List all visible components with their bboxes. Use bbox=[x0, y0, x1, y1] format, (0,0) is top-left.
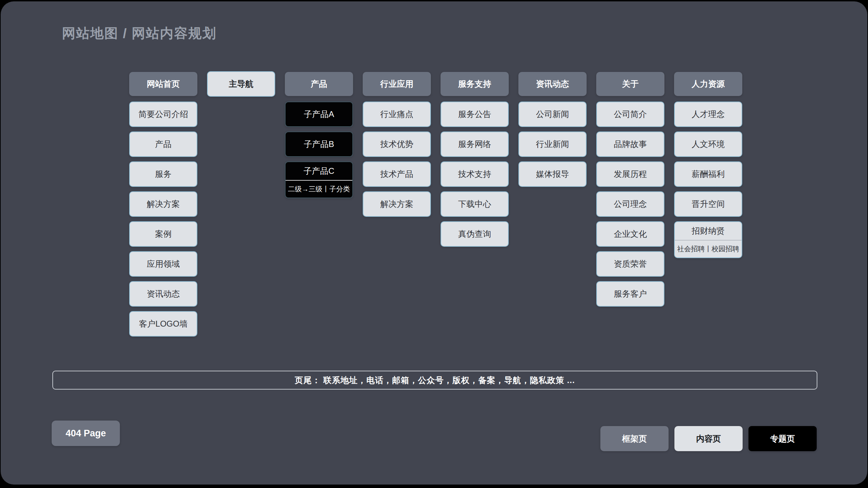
sitemap-node[interactable]: 子产品A bbox=[285, 102, 353, 127]
node-sublabel: 二级→三级丨子分类 bbox=[286, 181, 352, 198]
legend-button-gray-page[interactable]: 框架页 bbox=[600, 426, 669, 451]
sitemap-node[interactable]: 招财纳贤社会招聘丨校园招聘 bbox=[674, 221, 742, 258]
sitemap-node[interactable]: 公司简介 bbox=[596, 102, 664, 127]
sitemap-column-8: 人力资源人才理念人文环境薪酬福利晋升空间招财纳贤社会招聘丨校园招聘 bbox=[674, 72, 742, 341]
sitemap-node[interactable]: 技术产品 bbox=[363, 161, 431, 187]
sitemap-node[interactable]: 品牌故事 bbox=[596, 131, 664, 157]
footer-label: 页尾： 联系地址，电话，邮箱，公众号，版权，备案，导航，隐私政策 ... bbox=[295, 375, 575, 386]
sitemap-node[interactable]: 案例 bbox=[129, 221, 197, 247]
column-header[interactable]: 网站首页 bbox=[129, 72, 197, 96]
column-header[interactable]: 关于 bbox=[596, 72, 664, 96]
sitemap-node[interactable]: 客户LOGO墙 bbox=[129, 311, 197, 337]
sitemap-node[interactable]: 技术支持 bbox=[441, 161, 509, 187]
sitemap-node[interactable]: 子产品B bbox=[285, 131, 353, 157]
sitemap-node[interactable]: 服务网络 bbox=[441, 131, 509, 157]
sitemap-node[interactable]: 服务公告 bbox=[441, 102, 509, 127]
page-title: 网站地图 / 网站内容规划 bbox=[62, 24, 217, 43]
page-404-button[interactable]: 404 Page bbox=[52, 421, 120, 446]
sitemap-node[interactable]: 发展历程 bbox=[596, 161, 664, 187]
sitemap-node[interactable]: 行业痛点 bbox=[363, 102, 431, 127]
sitemap-column-3: 产品子产品A子产品B子产品C二级→三级丨子分类 bbox=[285, 72, 353, 341]
legend-button-black-page[interactable]: 专题页 bbox=[748, 426, 817, 451]
legend-button-light-page[interactable]: 内容页 bbox=[674, 426, 743, 451]
sitemap-node[interactable]: 人文环境 bbox=[674, 131, 742, 157]
sitemap-column-4: 行业应用行业痛点技术优势技术产品解决方案 bbox=[363, 72, 431, 341]
sitemap-node[interactable]: 资讯动态 bbox=[129, 281, 197, 307]
sitemap-node[interactable]: 服务客户 bbox=[596, 281, 664, 307]
sitemap-node[interactable]: 技术优势 bbox=[363, 131, 431, 157]
column-header[interactable]: 人力资源 bbox=[674, 72, 742, 96]
sitemap-column-5: 服务支持服务公告服务网络技术支持下载中心真伪查询 bbox=[441, 72, 509, 341]
sitemap-node[interactable]: 服务 bbox=[129, 161, 197, 187]
sitemap-node[interactable]: 解决方案 bbox=[129, 191, 197, 217]
sitemap-node[interactable]: 公司新闻 bbox=[518, 102, 587, 127]
sitemap-node[interactable]: 解决方案 bbox=[363, 191, 431, 217]
sitemap-node[interactable]: 媒体报导 bbox=[518, 161, 587, 187]
node-sublabel: 社会招聘丨校园招聘 bbox=[675, 241, 742, 257]
sitemap-node[interactable]: 资质荣誉 bbox=[596, 251, 664, 277]
column-header[interactable]: 资讯动态 bbox=[518, 72, 587, 96]
column-header[interactable]: 主导航 bbox=[207, 71, 275, 97]
sitemap-column-7: 关于公司简介品牌故事发展历程公司理念企业文化资质荣誉服务客户 bbox=[596, 72, 664, 341]
page-type-legend: 框架页内容页专题页 bbox=[600, 426, 817, 451]
footer-node[interactable]: 页尾： 联系地址，电话，邮箱，公众号，版权，备案，导航，隐私政策 ... bbox=[52, 371, 817, 390]
sitemap-node[interactable]: 晋升空间 bbox=[674, 191, 742, 217]
sitemap-node[interactable]: 真伪查询 bbox=[441, 221, 509, 247]
sitemap-node[interactable]: 子产品C二级→三级丨子分类 bbox=[285, 161, 353, 198]
sitemap-node[interactable]: 应用领域 bbox=[129, 251, 197, 277]
node-label: 子产品C bbox=[286, 162, 352, 180]
sitemap-node[interactable]: 下载中心 bbox=[441, 191, 509, 217]
sitemap-board: 网站地图 / 网站内容规划 网站首页简要公司介绍产品服务解决方案案例应用领域资讯… bbox=[1, 1, 867, 485]
sitemap-node[interactable]: 行业新闻 bbox=[518, 131, 587, 157]
sitemap-column-2: 主导航 bbox=[207, 72, 275, 341]
sitemap-node[interactable]: 薪酬福利 bbox=[674, 161, 742, 187]
column-header[interactable]: 产品 bbox=[285, 72, 353, 96]
column-header[interactable]: 行业应用 bbox=[363, 72, 431, 96]
sitemap-node[interactable]: 产品 bbox=[129, 131, 197, 157]
sitemap-column-1: 网站首页简要公司介绍产品服务解决方案案例应用领域资讯动态客户LOGO墙 bbox=[129, 72, 197, 341]
sitemap-node[interactable]: 企业文化 bbox=[596, 221, 664, 247]
node-label: 招财纳贤 bbox=[675, 222, 742, 240]
column-header[interactable]: 服务支持 bbox=[441, 72, 509, 96]
sitemap-node[interactable]: 人才理念 bbox=[674, 102, 742, 127]
sitemap-node[interactable]: 简要公司介绍 bbox=[129, 102, 197, 127]
sitemap-columns: 网站首页简要公司介绍产品服务解决方案案例应用领域资讯动态客户LOGO墙主导航产品… bbox=[129, 72, 742, 341]
sitemap-column-6: 资讯动态公司新闻行业新闻媒体报导 bbox=[518, 72, 587, 341]
sitemap-node[interactable]: 公司理念 bbox=[596, 191, 664, 217]
